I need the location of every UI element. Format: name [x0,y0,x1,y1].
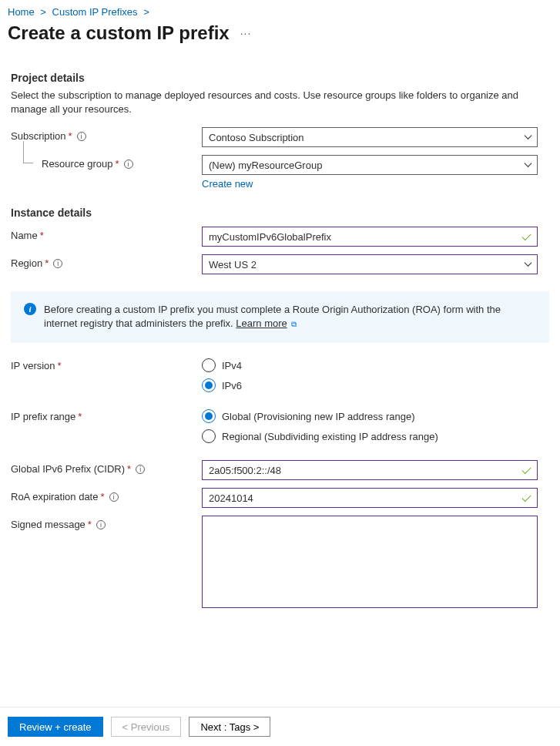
resource-group-label: Resource group* i [11,155,202,170]
signed-message-input[interactable] [202,516,538,608]
subscription-label: Subscription* i [11,127,202,142]
info-icon[interactable]: i [136,465,145,474]
global-range-radio[interactable]: Global (Provisioning new IP address rang… [202,409,538,423]
regional-range-radio[interactable]: Regional (Subdividing existing IP addres… [202,429,538,443]
breadcrumb-prefixes[interactable]: Custom IP Prefixes [52,6,138,18]
project-details-desc: Select the subscription to manage deploy… [11,89,549,116]
radio-selected-icon [202,378,216,392]
info-icon[interactable]: i [53,259,62,268]
create-new-link[interactable]: Create new [202,178,253,190]
region-label: Region* i [11,254,202,269]
info-icon[interactable]: i [109,492,119,502]
footer-bar: Review + create < Previous Next : Tags > [0,707,560,746]
roa-expiration-label: RoA expiration date* i [11,488,202,502]
required-icon: * [116,158,119,170]
required-icon: * [45,257,49,269]
instance-details-header: Instance details [11,207,549,219]
breadcrumb: Home > Custom IP Prefixes > [0,0,560,21]
info-icon: i [24,303,36,315]
learn-more-link[interactable]: Learn more [236,318,287,329]
ipv4-radio[interactable]: IPv4 [202,358,538,372]
required-icon: * [78,411,82,422]
external-link-icon: ⧉ [291,320,297,328]
radio-icon [202,358,216,372]
cidr-label: Global IPv6 Prefix (CIDR)* i [11,460,202,475]
name-label: Name* [11,227,202,241]
roa-info-callout: i Before creating a custom IP prefix you… [11,291,549,343]
required-icon: * [100,491,104,502]
radio-icon [202,429,216,443]
required-icon: * [69,130,72,142]
radio-selected-icon [202,409,216,423]
subscription-select[interactable]: Contoso Subscription [202,127,538,147]
name-input[interactable]: myCustomIPv6GlobalPrefix [202,227,538,247]
roa-expiration-input[interactable]: 20241014 [202,488,538,508]
info-icon[interactable]: i [124,160,133,169]
form-area: Project details Select the subscription … [0,72,560,610]
chevron-right-icon: > [40,6,46,18]
more-actions-icon[interactable]: ··· [240,31,252,36]
resource-group-select[interactable]: (New) myResourceGroup [202,155,538,175]
cidr-input[interactable]: 2a05:f500:2::/48 [202,460,538,480]
ip-version-label: IP version* [11,357,202,371]
title-row: Create a custom IP prefix ··· [0,21,560,58]
signed-message-label: Signed message* i [11,516,202,530]
required-icon: * [58,360,62,371]
ipv6-radio[interactable]: IPv6 [202,378,538,392]
ip-prefix-range-label: IP prefix range* [11,408,202,422]
info-icon[interactable]: i [96,520,106,529]
required-icon: * [88,519,92,530]
chevron-right-icon: > [143,6,149,18]
review-create-button[interactable]: Review + create [8,717,103,737]
required-icon: * [40,230,44,241]
region-select[interactable]: West US 2 [202,254,538,274]
project-details-header: Project details [11,72,549,84]
next-button[interactable]: Next : Tags > [189,717,270,737]
page-title: Create a custom IP prefix [8,22,230,44]
breadcrumb-home[interactable]: Home [8,6,35,18]
info-icon[interactable]: i [77,132,86,141]
required-icon: * [127,463,131,475]
previous-button[interactable]: < Previous [111,717,182,737]
